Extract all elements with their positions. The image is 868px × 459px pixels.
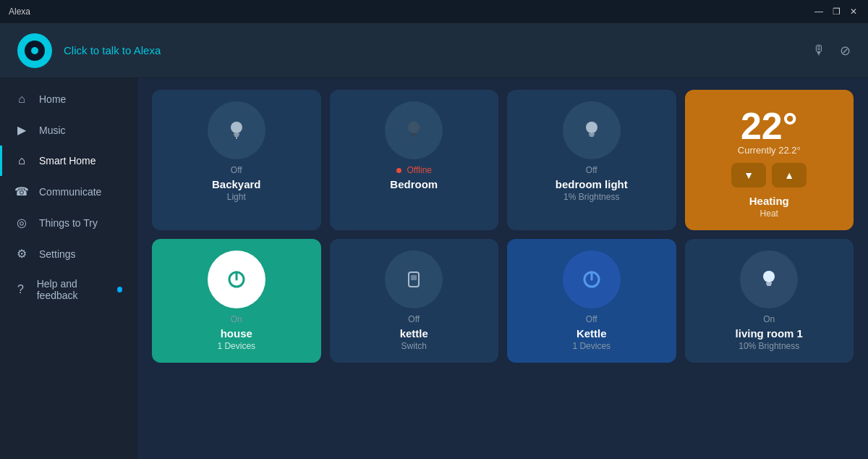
svg-rect-1 [234, 133, 239, 135]
settings-icon[interactable]: ⊘ [840, 43, 851, 59]
bulb-icon-2 [579, 117, 605, 143]
device-card-house[interactable]: On house 1 Devices [152, 239, 321, 363]
svg-rect-5 [411, 133, 417, 135]
svg-rect-6 [412, 135, 416, 137]
header: Click to talk to Alexa 🎙 ⊘ [0, 23, 868, 78]
kettle-name: kettle [400, 327, 428, 340]
microphone-icon[interactable]: 🎙 [812, 43, 825, 58]
backyard-status: Off [231, 165, 242, 175]
title-bar-controls: — ❐ ✕ [813, 6, 859, 17]
title-bar-left: Alexa [9, 7, 30, 17]
device-card-living-room[interactable]: On living room 1 10% Brightness [685, 239, 854, 363]
maximize-button[interactable]: ❐ [830, 6, 842, 17]
device-card-heating[interactable]: 22° Currently 22.2° ▼ ▲ Heating Heat [685, 90, 854, 230]
bedroom-light-name: bedroom light [556, 178, 628, 190]
house-icon-circle [208, 250, 265, 308]
bedroom-name: Bedroom [390, 178, 438, 190]
sidebar-item-things-label: Things to Try [39, 217, 98, 229]
header-left[interactable]: Click to talk to Alexa [17, 33, 161, 68]
heating-current-temp: Currently 22.2° [738, 145, 801, 156]
power-icon-2 [579, 266, 605, 292]
alexa-logo[interactable] [17, 33, 52, 68]
living-room-status: On [763, 314, 775, 324]
sidebar-item-things-to-try[interactable]: ◎ Things to Try [0, 207, 137, 238]
bulb-on-icon [756, 266, 782, 292]
communicate-icon: ☎ [14, 185, 29, 198]
sidebar-item-help[interactable]: ? Help and feedback [0, 269, 137, 310]
backyard-icon-circle [208, 101, 265, 159]
heating-controls: ▼ ▲ [731, 163, 807, 188]
kettle-type: Switch [401, 341, 427, 351]
svg-rect-8 [589, 133, 595, 135]
kettle-group-type: 1 Devices [572, 341, 610, 351]
svg-rect-2 [234, 135, 239, 137]
bedroom-status: Offline [407, 165, 432, 175]
sidebar: ⌂ Home ▶ Music ⌂ Smart Home ☎ Communicat… [0, 78, 137, 459]
sidebar-item-settings-label: Settings [39, 248, 76, 260]
smart-home-icon: ⌂ [14, 154, 29, 167]
living-room-icon-circle [740, 250, 798, 308]
content-area: Off Backyard Light Offline Bedroom [137, 78, 868, 459]
device-card-kettle[interactable]: Off kettle Switch [330, 239, 499, 363]
svg-rect-17 [766, 282, 772, 285]
bedroom-light-status: Off [586, 165, 597, 175]
backyard-name: Backyard [212, 178, 261, 190]
house-type: 1 Devices [217, 341, 255, 351]
main-layout: ⌂ Home ▶ Music ⌂ Smart Home ☎ Communicat… [0, 78, 868, 459]
heating-decrease-button[interactable]: ▼ [731, 163, 766, 188]
svg-rect-13 [411, 275, 417, 280]
device-card-backyard[interactable]: Off Backyard Light [152, 90, 321, 230]
svg-rect-18 [767, 285, 771, 286]
bulb-dim-icon [401, 117, 427, 143]
kettle-status: Off [408, 314, 420, 324]
living-room-type: 10% Brightness [739, 341, 799, 351]
help-icon: ? [14, 283, 27, 296]
bedroom-light-icon-circle [563, 101, 621, 159]
heating-temperature: 22° [741, 107, 798, 145]
sidebar-item-home[interactable]: ⌂ Home [0, 84, 137, 114]
things-icon: ◎ [14, 216, 29, 230]
bedroom-offline-row: Offline [396, 165, 432, 175]
app-title: Alexa [9, 7, 30, 17]
svg-point-16 [763, 271, 775, 282]
heating-increase-button[interactable]: ▲ [772, 163, 807, 188]
home-icon: ⌂ [14, 93, 29, 106]
kettle-group-status: Off [586, 314, 597, 324]
sidebar-item-help-label: Help and feedback [37, 278, 108, 301]
heating-type: Heat [760, 209, 778, 219]
device-card-bedroom[interactable]: Offline Bedroom [330, 90, 499, 230]
sidebar-item-music[interactable]: ▶ Music [0, 114, 137, 146]
svg-point-7 [586, 122, 597, 133]
switch-icon [401, 266, 427, 292]
header-icons: 🎙 ⊘ [812, 43, 851, 59]
svg-rect-9 [590, 135, 594, 137]
heating-name: Heating [749, 195, 789, 207]
power-icon [224, 266, 250, 292]
offline-dot [396, 168, 401, 173]
sidebar-item-communicate-label: Communicate [39, 186, 101, 198]
device-card-bedroom-light[interactable]: Off bedroom light 1% Brightness [507, 90, 676, 230]
close-button[interactable]: ✕ [848, 6, 859, 17]
devices-grid: Off Backyard Light Offline Bedroom [152, 90, 854, 363]
title-bar: Alexa — ❐ ✕ [0, 0, 868, 23]
living-room-name: living room 1 [736, 327, 803, 340]
notification-dot [117, 287, 122, 292]
bedroom-light-type: 1% Brightness [563, 192, 619, 202]
device-card-kettle-group[interactable]: Off Kettle 1 Devices [507, 239, 676, 363]
backyard-type: Light [227, 192, 246, 202]
minimize-button[interactable]: — [813, 6, 825, 17]
svg-point-4 [408, 122, 420, 133]
house-status: On [231, 314, 242, 324]
sidebar-item-smart-home[interactable]: ⌂ Smart Home [0, 146, 137, 176]
bedroom-icon-circle [385, 101, 443, 159]
header-cta[interactable]: Click to talk to Alexa [64, 44, 161, 56]
music-icon: ▶ [14, 123, 29, 137]
sidebar-item-communicate[interactable]: ☎ Communicate [0, 176, 137, 207]
alexa-logo-inner [25, 41, 45, 61]
sidebar-item-music-label: Music [39, 125, 66, 136]
kettle-group-icon-circle [563, 250, 621, 308]
kettle-group-name: Kettle [576, 327, 607, 340]
alexa-logo-dot [31, 47, 38, 54]
kettle-icon-circle [385, 250, 443, 308]
sidebar-item-settings[interactable]: ⚙ Settings [0, 238, 137, 269]
